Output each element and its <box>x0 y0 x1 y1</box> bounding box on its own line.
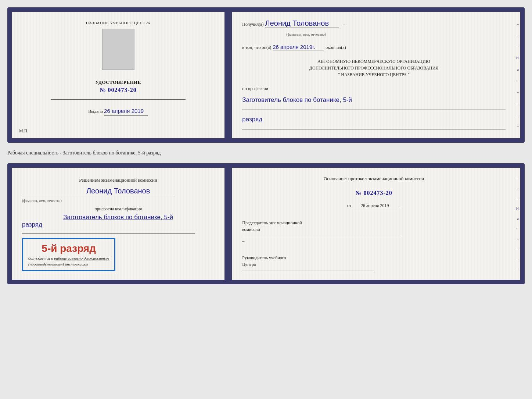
doc2-chairman-block: Председатель экзаменационной комиссии – <box>242 220 506 244</box>
doc2-full-name: Леонид Толованов <box>22 187 214 195</box>
doc2-head-line1: Руководитель учебного <box>242 254 506 261</box>
page-wrapper: НАЗВАНИЕ УЧЕБНОГО ЦЕНТРА УДОСТОВЕРЕНИЕ №… <box>7 7 525 284</box>
doc2-chairman-sig-line <box>242 236 400 236</box>
doc2-stamp-main: 5-й разряд <box>28 243 109 254</box>
doc1-right-panel: Получил(а) Леонид Толованов – (фамилия, … <box>232 12 520 138</box>
doc1-full-name-sub: (фамилия, имя, отчество) <box>286 32 506 36</box>
doc2-chairman-line2: комиссии <box>242 226 506 233</box>
doc1-issued-date: 26 апреля 2019 <box>104 107 148 116</box>
doc1-dash: – <box>343 21 345 28</box>
doc1-cert-number: № 002473-20 <box>100 87 136 93</box>
between-docs-label: Рабочая специальность - Заготовитель бло… <box>7 149 525 157</box>
doc1-left-panel: НАЗВАНИЕ УЧЕБНОГО ЦЕНТРА УДОСТОВЕРЕНИЕ №… <box>12 12 225 138</box>
doc2-qual-line2 <box>22 233 195 234</box>
doc2-chairman-line1: Председатель экзаменационной <box>242 220 506 226</box>
doc1-certifies-label: в том, что он(а) <box>242 44 271 51</box>
doc2-assigned-label: присвоена квалификация <box>22 206 214 212</box>
doc2-number-row: № 002473-20 <box>242 190 506 196</box>
doc1-finished-label: окончил(а) <box>326 44 346 51</box>
doc1-org-line2: ДОПОЛНИТЕЛЬНОГО ПРОФЕССИОНАЛЬНОГО ОБРАЗО… <box>242 65 506 71</box>
doc2-decision-label: Решением экзаменационной комиссии <box>22 177 214 184</box>
doc2-stamp-allowed-prefix: допускается к <box>28 256 53 260</box>
doc2-name-line <box>22 197 176 197</box>
doc1-received-row: Получил(а) Леонид Толованов – <box>242 19 506 28</box>
doc2-full-name-sub: (фамилия, имя, отчество) <box>22 199 62 203</box>
doc2-qual-line <box>22 230 195 230</box>
doc1-issued-row: Выдано 26 апреля 2019 <box>88 107 148 116</box>
doc2-chairman-dash: – <box>242 238 244 243</box>
doc2-head-line2: Центра <box>242 261 506 268</box>
doc1-cert-type: УДОСТОВЕРЕНИЕ <box>95 79 141 85</box>
doc2-head-block: Руководитель учебного Центра <box>242 254 506 272</box>
doc1-certifies-row: в том, что он(а) 26 апреля 2019г. окончи… <box>242 44 506 51</box>
doc2-stamp-italic: (производственным) инструкциям <box>28 262 109 266</box>
doc2-date-from-prefix: от <box>347 202 351 209</box>
doc2-date-dash: – <box>398 202 400 209</box>
doc2-number-prefix: № <box>355 190 362 196</box>
doc2-head-sig-line <box>242 271 374 271</box>
doc2-stamp-allowed: допускается к работе согласно должностны… <box>28 256 109 260</box>
doc1-received-label: Получил(а) <box>242 21 263 28</box>
doc2-spine <box>225 168 232 280</box>
doc2-stamp-allowed-rest: работе согласно должностным <box>54 256 109 260</box>
doc1-date-value: 26 апреля 2019г. <box>273 44 324 50</box>
doc2-number-value: 002473-20 <box>364 190 392 196</box>
doc1-mp-label: М.П. <box>19 128 28 134</box>
doc1-spine <box>225 12 232 138</box>
doc1-deco-lines: – – – И а ← – – – – <box>514 12 520 138</box>
doc1-photo-placeholder <box>102 29 134 70</box>
doc2-deco-lines: – – – И а ← – – – – <box>514 168 520 280</box>
doc1-rank-value: разряд <box>242 116 506 123</box>
document-2: Решением экзаменационной комиссии Леонид… <box>7 163 525 284</box>
doc2-qualification-line2: разряд <box>22 221 42 228</box>
document-1: НАЗВАНИЕ УЧЕБНОГО ЦЕНТРА УДОСТОВЕРЕНИЕ №… <box>7 7 525 143</box>
doc1-full-name: Леонид Толованов <box>265 19 339 28</box>
doc1-training-center-label: НАЗВАНИЕ УЧЕБНОГО ЦЕНТРА <box>86 21 151 25</box>
doc1-cert-number-value: 002473-20 <box>108 87 137 93</box>
doc1-cert-number-prefix: № <box>100 87 106 93</box>
doc1-org-line1: АВТОНОМНУЮ НЕКОММЕРЧЕСКУЮ ОРГАНИЗАЦИЮ <box>242 58 506 65</box>
doc2-basis-label: Основание: протокол экзаменационной коми… <box>242 175 506 182</box>
doc1-profession-label: по профессии <box>242 85 506 92</box>
doc1-profession-line <box>242 110 506 110</box>
doc2-right-panel: Основание: протокол экзаменационной коми… <box>232 168 520 280</box>
doc1-profession-value: Заготовитель блоков по ботанике, 5-й <box>242 96 506 104</box>
doc1-divider-line <box>51 99 185 100</box>
doc1-org-line3: " НАЗВАНИЕ УЧЕБНОГО ЦЕНТРА " <box>242 71 506 78</box>
doc2-stamp-box: 5-й разряд допускается к работе согласно… <box>22 238 115 271</box>
doc1-rank-line <box>242 129 506 129</box>
doc1-issued-label: Выдано <box>88 109 103 114</box>
doc2-date-from-value: 26 апреля 2019 <box>353 202 397 209</box>
doc1-org-block: АВТОНОМНУЮ НЕКОММЕРЧЕСКУЮ ОРГАНИЗАЦИЮ ДО… <box>242 58 506 78</box>
doc2-qualification-line1: Заготовитель блоков по ботанике, 5-й <box>22 214 214 221</box>
doc2-left-panel: Решением экзаменационной комиссии Леонид… <box>12 168 225 280</box>
doc2-date-from-row: от 26 апреля 2019 – <box>242 202 506 209</box>
